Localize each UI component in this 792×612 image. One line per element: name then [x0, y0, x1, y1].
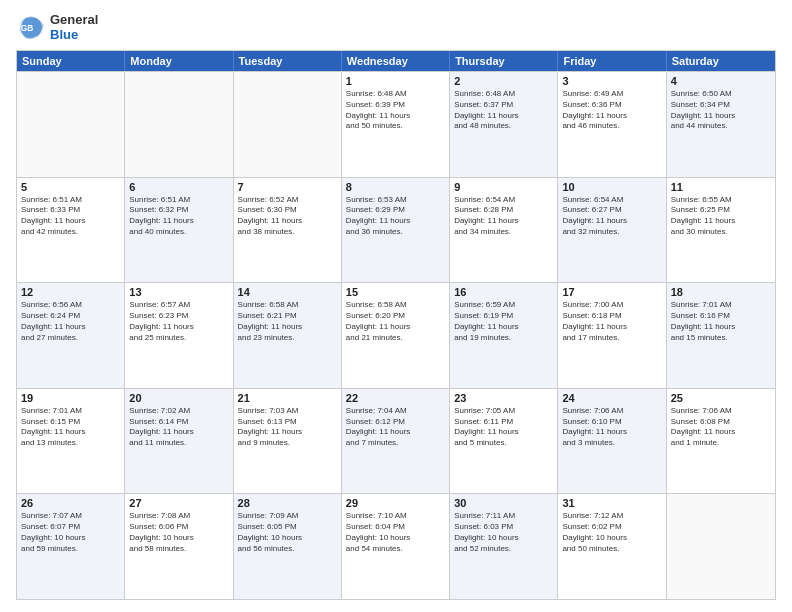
cell-info: Sunrise: 7:05 AM Sunset: 6:11 PM Dayligh…: [454, 406, 553, 449]
cell-info: Sunrise: 6:50 AM Sunset: 6:34 PM Dayligh…: [671, 89, 771, 132]
day-number: 17: [562, 286, 661, 298]
cell-info: Sunrise: 7:06 AM Sunset: 6:10 PM Dayligh…: [562, 406, 661, 449]
calendar-cell: 8Sunrise: 6:53 AM Sunset: 6:29 PM Daylig…: [342, 178, 450, 283]
day-number: 16: [454, 286, 553, 298]
day-number: 6: [129, 181, 228, 193]
weekday-header: Sunday: [17, 51, 125, 71]
calendar-cell: 22Sunrise: 7:04 AM Sunset: 6:12 PM Dayli…: [342, 389, 450, 494]
logo: GB General Blue: [16, 12, 98, 42]
day-number: 19: [21, 392, 120, 404]
cell-info: Sunrise: 7:09 AM Sunset: 6:05 PM Dayligh…: [238, 511, 337, 554]
cell-info: Sunrise: 6:58 AM Sunset: 6:21 PM Dayligh…: [238, 300, 337, 343]
cell-info: Sunrise: 6:48 AM Sunset: 6:39 PM Dayligh…: [346, 89, 445, 132]
day-number: 8: [346, 181, 445, 193]
cell-info: Sunrise: 6:51 AM Sunset: 6:33 PM Dayligh…: [21, 195, 120, 238]
day-number: 5: [21, 181, 120, 193]
day-number: 13: [129, 286, 228, 298]
day-number: 22: [346, 392, 445, 404]
calendar-cell: 20Sunrise: 7:02 AM Sunset: 6:14 PM Dayli…: [125, 389, 233, 494]
day-number: 31: [562, 497, 661, 509]
calendar-cell: 15Sunrise: 6:58 AM Sunset: 6:20 PM Dayli…: [342, 283, 450, 388]
calendar-cell: [667, 494, 775, 599]
day-number: 7: [238, 181, 337, 193]
cell-info: Sunrise: 7:06 AM Sunset: 6:08 PM Dayligh…: [671, 406, 771, 449]
calendar-row: 26Sunrise: 7:07 AM Sunset: 6:07 PM Dayli…: [17, 493, 775, 599]
day-number: 25: [671, 392, 771, 404]
weekday-header: Wednesday: [342, 51, 450, 71]
calendar-cell: 25Sunrise: 7:06 AM Sunset: 6:08 PM Dayli…: [667, 389, 775, 494]
calendar-cell: 4Sunrise: 6:50 AM Sunset: 6:34 PM Daylig…: [667, 72, 775, 177]
cell-info: Sunrise: 6:59 AM Sunset: 6:19 PM Dayligh…: [454, 300, 553, 343]
calendar-cell: 31Sunrise: 7:12 AM Sunset: 6:02 PM Dayli…: [558, 494, 666, 599]
calendar-cell: 10Sunrise: 6:54 AM Sunset: 6:27 PM Dayli…: [558, 178, 666, 283]
cell-info: Sunrise: 7:12 AM Sunset: 6:02 PM Dayligh…: [562, 511, 661, 554]
day-number: 18: [671, 286, 771, 298]
day-number: 14: [238, 286, 337, 298]
day-number: 9: [454, 181, 553, 193]
calendar-cell: 29Sunrise: 7:10 AM Sunset: 6:04 PM Dayli…: [342, 494, 450, 599]
calendar-cell: 26Sunrise: 7:07 AM Sunset: 6:07 PM Dayli…: [17, 494, 125, 599]
calendar-cell: 18Sunrise: 7:01 AM Sunset: 6:16 PM Dayli…: [667, 283, 775, 388]
calendar-cell: 6Sunrise: 6:51 AM Sunset: 6:32 PM Daylig…: [125, 178, 233, 283]
day-number: 26: [21, 497, 120, 509]
day-number: 11: [671, 181, 771, 193]
calendar-cell: 3Sunrise: 6:49 AM Sunset: 6:36 PM Daylig…: [558, 72, 666, 177]
calendar-cell: 7Sunrise: 6:52 AM Sunset: 6:30 PM Daylig…: [234, 178, 342, 283]
calendar-cell: 11Sunrise: 6:55 AM Sunset: 6:25 PM Dayli…: [667, 178, 775, 283]
cell-info: Sunrise: 6:49 AM Sunset: 6:36 PM Dayligh…: [562, 89, 661, 132]
cell-info: Sunrise: 6:54 AM Sunset: 6:27 PM Dayligh…: [562, 195, 661, 238]
calendar-cell: 27Sunrise: 7:08 AM Sunset: 6:06 PM Dayli…: [125, 494, 233, 599]
calendar-row: 12Sunrise: 6:56 AM Sunset: 6:24 PM Dayli…: [17, 282, 775, 388]
calendar-cell: 13Sunrise: 6:57 AM Sunset: 6:23 PM Dayli…: [125, 283, 233, 388]
cell-info: Sunrise: 7:00 AM Sunset: 6:18 PM Dayligh…: [562, 300, 661, 343]
cell-info: Sunrise: 6:53 AM Sunset: 6:29 PM Dayligh…: [346, 195, 445, 238]
cell-info: Sunrise: 7:08 AM Sunset: 6:06 PM Dayligh…: [129, 511, 228, 554]
calendar-cell: [125, 72, 233, 177]
calendar-row: 5Sunrise: 6:51 AM Sunset: 6:33 PM Daylig…: [17, 177, 775, 283]
cell-info: Sunrise: 7:01 AM Sunset: 6:15 PM Dayligh…: [21, 406, 120, 449]
calendar-cell: 5Sunrise: 6:51 AM Sunset: 6:33 PM Daylig…: [17, 178, 125, 283]
calendar-cell: [17, 72, 125, 177]
weekday-header: Monday: [125, 51, 233, 71]
calendar-cell: 30Sunrise: 7:11 AM Sunset: 6:03 PM Dayli…: [450, 494, 558, 599]
calendar-cell: 2Sunrise: 6:48 AM Sunset: 6:37 PM Daylig…: [450, 72, 558, 177]
weekday-header: Thursday: [450, 51, 558, 71]
calendar-cell: 9Sunrise: 6:54 AM Sunset: 6:28 PM Daylig…: [450, 178, 558, 283]
calendar-body: 1Sunrise: 6:48 AM Sunset: 6:39 PM Daylig…: [17, 71, 775, 599]
page-header: GB General Blue: [16, 12, 776, 42]
cell-info: Sunrise: 6:58 AM Sunset: 6:20 PM Dayligh…: [346, 300, 445, 343]
day-number: 24: [562, 392, 661, 404]
day-number: 28: [238, 497, 337, 509]
calendar-page: GB General Blue SundayMondayTuesdayWedne…: [0, 0, 792, 612]
calendar-cell: 19Sunrise: 7:01 AM Sunset: 6:15 PM Dayli…: [17, 389, 125, 494]
calendar-cell: 16Sunrise: 6:59 AM Sunset: 6:19 PM Dayli…: [450, 283, 558, 388]
calendar-cell: 17Sunrise: 7:00 AM Sunset: 6:18 PM Dayli…: [558, 283, 666, 388]
cell-info: Sunrise: 6:54 AM Sunset: 6:28 PM Dayligh…: [454, 195, 553, 238]
cell-info: Sunrise: 6:48 AM Sunset: 6:37 PM Dayligh…: [454, 89, 553, 132]
calendar-cell: 12Sunrise: 6:56 AM Sunset: 6:24 PM Dayli…: [17, 283, 125, 388]
day-number: 1: [346, 75, 445, 87]
day-number: 21: [238, 392, 337, 404]
cell-info: Sunrise: 7:07 AM Sunset: 6:07 PM Dayligh…: [21, 511, 120, 554]
cell-info: Sunrise: 6:51 AM Sunset: 6:32 PM Dayligh…: [129, 195, 228, 238]
calendar-cell: 14Sunrise: 6:58 AM Sunset: 6:21 PM Dayli…: [234, 283, 342, 388]
calendar-row: 1Sunrise: 6:48 AM Sunset: 6:39 PM Daylig…: [17, 71, 775, 177]
cell-info: Sunrise: 7:02 AM Sunset: 6:14 PM Dayligh…: [129, 406, 228, 449]
logo-icon: GB: [16, 12, 46, 42]
calendar-cell: [234, 72, 342, 177]
calendar-cell: 21Sunrise: 7:03 AM Sunset: 6:13 PM Dayli…: [234, 389, 342, 494]
calendar-header: SundayMondayTuesdayWednesdayThursdayFrid…: [17, 51, 775, 71]
cell-info: Sunrise: 7:04 AM Sunset: 6:12 PM Dayligh…: [346, 406, 445, 449]
weekday-header: Friday: [558, 51, 666, 71]
calendar-cell: 28Sunrise: 7:09 AM Sunset: 6:05 PM Dayli…: [234, 494, 342, 599]
day-number: 20: [129, 392, 228, 404]
day-number: 10: [562, 181, 661, 193]
day-number: 3: [562, 75, 661, 87]
day-number: 15: [346, 286, 445, 298]
weekday-header: Tuesday: [234, 51, 342, 71]
day-number: 23: [454, 392, 553, 404]
day-number: 2: [454, 75, 553, 87]
weekday-header: Saturday: [667, 51, 775, 71]
cell-info: Sunrise: 6:57 AM Sunset: 6:23 PM Dayligh…: [129, 300, 228, 343]
day-number: 12: [21, 286, 120, 298]
